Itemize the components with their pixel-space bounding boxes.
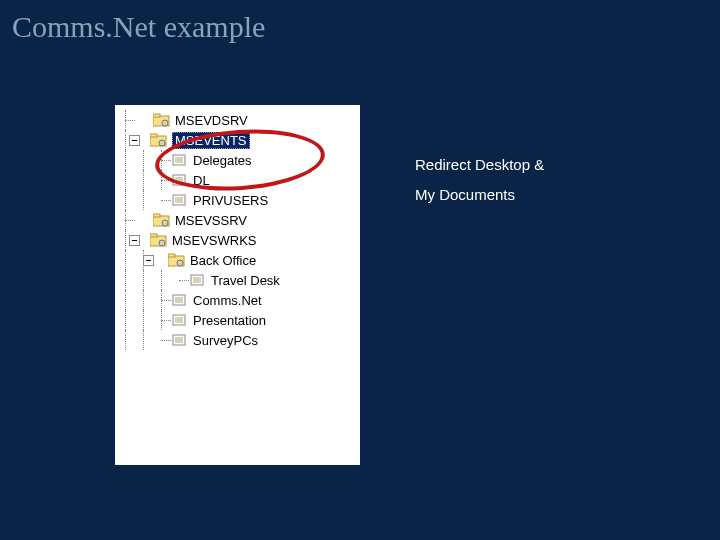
gpo-icon <box>171 173 189 187</box>
tree-line <box>117 170 135 190</box>
tree-item-traveldesk[interactable]: Travel Desk <box>117 270 358 290</box>
svg-point-14 <box>162 220 168 226</box>
tree-line <box>135 270 153 290</box>
tree-line <box>135 330 153 350</box>
tree-label: Presentation <box>193 313 266 328</box>
tree-label: Travel Desk <box>211 273 280 288</box>
tree-line <box>117 150 135 170</box>
gpo-folder-icon <box>168 253 186 267</box>
tree-label: PRIVUSERS <box>193 193 268 208</box>
tree-line <box>135 150 153 170</box>
tree-line <box>117 310 135 330</box>
gpo-icon <box>171 153 189 167</box>
annotation-line1: Redirect Desktop & <box>415 150 544 180</box>
tree-line <box>117 110 135 130</box>
tree-label-selected: MSEVENTS <box>172 132 250 149</box>
tree-line <box>153 310 171 330</box>
tree-label: Back Office <box>190 253 256 268</box>
tree-line <box>117 290 135 310</box>
gpo-icon <box>189 273 207 287</box>
gpo-folder-icon <box>153 213 171 227</box>
tree-line <box>153 190 171 210</box>
tree-line <box>117 330 135 350</box>
gpo-icon <box>171 333 189 347</box>
svg-point-20 <box>177 260 183 266</box>
collapse-icon[interactable] <box>129 235 140 246</box>
tree-line <box>153 150 171 170</box>
svg-rect-9 <box>175 177 183 183</box>
tree-label: DL <box>193 173 210 188</box>
svg-rect-28 <box>175 337 183 343</box>
tree-line <box>135 190 153 210</box>
collapse-icon[interactable] <box>143 255 154 266</box>
collapse-icon[interactable] <box>129 135 140 146</box>
tree-line <box>135 170 153 190</box>
tree-line <box>153 290 171 310</box>
gpo-icon <box>171 293 189 307</box>
annotation-line2: My Documents <box>415 180 544 210</box>
tree-item-dl[interactable]: DL <box>117 170 358 190</box>
tree-item-msevssrv[interactable]: MSEVSSRV <box>117 210 358 230</box>
tree-item-delegates[interactable]: Delegates <box>117 150 358 170</box>
tree-item-presentation[interactable]: Presentation <box>117 310 358 330</box>
svg-point-17 <box>159 240 165 246</box>
svg-point-5 <box>159 140 165 146</box>
tree-item-backoffice[interactable]: Back Office <box>117 250 358 270</box>
gpo-icon <box>171 313 189 327</box>
tree-item-msevents[interactable]: MSEVENTS <box>117 130 358 150</box>
tree-line <box>117 270 135 290</box>
svg-rect-4 <box>150 134 157 137</box>
svg-rect-26 <box>175 317 183 323</box>
tree-label: Comms.Net <box>193 293 262 308</box>
tree-line <box>135 290 153 310</box>
tree-item-privusers[interactable]: PRIVUSERS <box>117 190 358 210</box>
tree-item-msevdsrv[interactable]: MSEVDSRV <box>117 110 358 130</box>
tree-item-msevswrks[interactable]: MSEVSWRKS <box>117 230 358 250</box>
gpo-folder-icon <box>153 113 171 127</box>
folder-tree-panel: MSEVDSRV MSEVENTS Delegates DL <box>115 105 360 465</box>
tree-label: SurveyPCs <box>193 333 258 348</box>
tree-label: Delegates <box>193 153 252 168</box>
annotation-text: Redirect Desktop & My Documents <box>415 150 544 210</box>
tree-line <box>135 110 153 130</box>
slide-title: Comms.Net example <box>12 10 265 44</box>
svg-rect-13 <box>153 214 160 217</box>
tree-label: MSEVDSRV <box>175 113 248 128</box>
tree-label: MSEVSSRV <box>175 213 247 228</box>
tree-line <box>135 310 153 330</box>
svg-rect-16 <box>150 234 157 237</box>
gpo-folder-icon <box>150 133 168 147</box>
svg-rect-1 <box>153 114 160 117</box>
svg-rect-24 <box>175 297 183 303</box>
tree-item-commsnet[interactable]: Comms.Net <box>117 290 358 310</box>
svg-rect-7 <box>175 157 183 163</box>
tree-line <box>153 170 171 190</box>
svg-rect-22 <box>193 277 201 283</box>
gpo-icon <box>171 193 189 207</box>
svg-rect-19 <box>168 254 175 257</box>
tree-line <box>135 210 153 230</box>
tree-line <box>171 270 189 290</box>
tree-label: MSEVSWRKS <box>172 233 257 248</box>
tree-item-surveypcs[interactable]: SurveyPCs <box>117 330 358 350</box>
tree-line <box>153 330 171 350</box>
tree-line <box>117 250 135 270</box>
gpo-folder-icon <box>150 233 168 247</box>
tree-line <box>117 210 135 230</box>
svg-point-2 <box>162 120 168 126</box>
tree-line <box>117 190 135 210</box>
svg-rect-11 <box>175 197 183 203</box>
tree-line <box>153 270 171 290</box>
